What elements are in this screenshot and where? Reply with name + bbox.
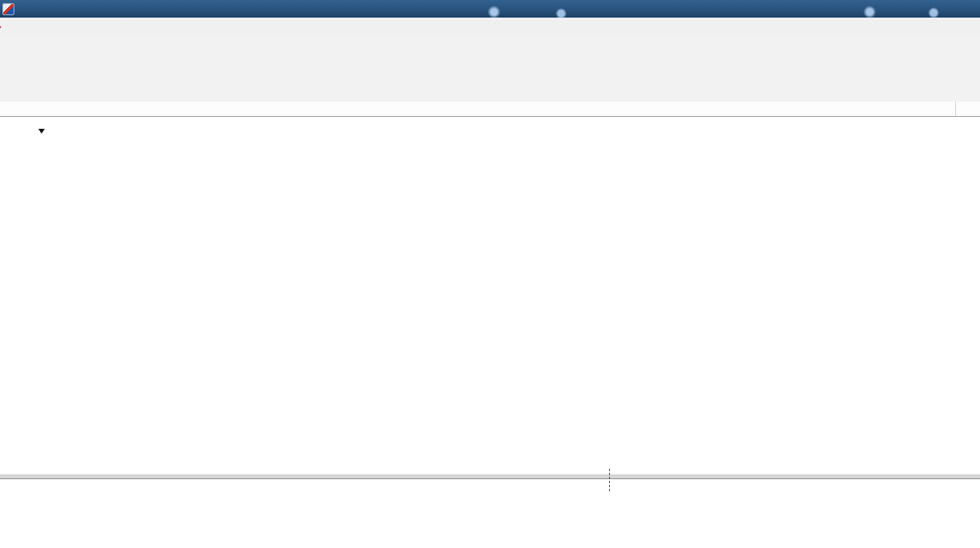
date-axis bbox=[0, 102, 980, 117]
crosshair-vline bbox=[609, 469, 610, 491]
winner-gann-app-window: { "window": {"title": "赢家江恩专业版[赢家内部服务平台]… bbox=[0, 0, 980, 548]
app-icon bbox=[2, 3, 14, 15]
macd-chart-canvas[interactable] bbox=[0, 478, 980, 548]
kline-chart-canvas[interactable] bbox=[0, 116, 980, 474]
navigation-toolbar bbox=[0, 60, 980, 82]
quick-toolbar bbox=[0, 36, 980, 61]
menu-bar: ▪ bbox=[0, 18, 980, 37]
gann-tools-toolbar bbox=[0, 81, 980, 102]
title-bar[interactable] bbox=[0, 0, 980, 18]
date-axis-border bbox=[955, 102, 956, 116]
menu-corner-icon: ▪ bbox=[0, 22, 6, 31]
